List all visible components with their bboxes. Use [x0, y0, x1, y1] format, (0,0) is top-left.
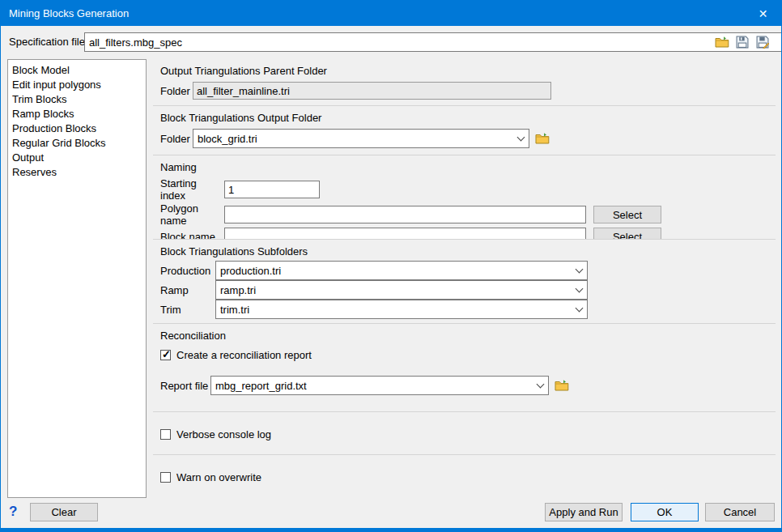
spec-file-label: Specification file [9, 36, 85, 48]
browse-folder-icon[interactable] [534, 131, 550, 147]
polygon-name-field[interactable] [224, 206, 586, 223]
spec-file-value: all_filters.mbg_spec [89, 36, 782, 49]
parent-folder-label: Folder [160, 85, 193, 97]
block-name-field[interactable] [224, 228, 586, 240]
settings-panel: Output Triangulations Parent Folder Fold… [153, 59, 776, 498]
chevron-down-icon[interactable] [513, 130, 529, 147]
ramp-combobox[interactable]: ramp.tri [215, 280, 588, 300]
apply-and-run-button[interactable]: Apply and Run [545, 503, 623, 521]
reconciliation-report-checkbox-label: Create a reconciliation report [176, 349, 312, 361]
mining-blocks-generation-dialog: Mining Blocks Generation ✕ Specification… [0, 0, 782, 532]
production-combobox[interactable]: production.tri [215, 261, 588, 280]
sidebar-item-block-model[interactable]: Block Model [8, 62, 146, 77]
cancel-button[interactable]: Cancel [705, 503, 775, 521]
spec-file-row: Specification file all_filters.mbg_spec [1, 26, 781, 58]
section-title: Reconciliation [160, 330, 768, 342]
section-naming: Naming Starting index Polygon name Selec… [153, 155, 776, 240]
clear-button[interactable]: Clear [30, 503, 98, 521]
section-title: Output Triangulations Parent Folder [160, 65, 768, 77]
production-value: production.tri [220, 265, 572, 277]
section-reconciliation: Reconciliation Create a reconciliation r… [153, 324, 776, 412]
section-parent-folder: Output Triangulations Parent Folder Fold… [153, 59, 776, 106]
sidebar-item-reserves[interactable]: Reserves [8, 164, 146, 179]
save-as-icon[interactable] [754, 34, 770, 49]
sidebar-item-trim-blocks[interactable]: Trim Blocks [8, 92, 146, 106]
parent-folder-field[interactable] [193, 82, 551, 100]
ramp-label: Ramp [160, 284, 215, 296]
section-title: Block Triangulations Subfolders [160, 245, 768, 257]
footer-bar: ? Clear Apply and Run OK Cancel [1, 498, 781, 528]
open-folder-icon[interactable] [714, 34, 729, 49]
block-name-label: Block name [160, 231, 224, 240]
warn-on-overwrite-checkbox[interactable] [160, 472, 171, 483]
sidebar-item-edit-input-polygons[interactable]: Edit input polygons [8, 77, 146, 92]
output-folder-value: block_grid.tri [198, 133, 513, 145]
section-warn: Warn on overwrite [153, 455, 776, 497]
report-file-label: Report file [160, 380, 210, 392]
ok-button[interactable]: OK [631, 503, 699, 521]
category-list: Block Model Edit input polygons Trim Blo… [7, 59, 147, 498]
save-icon[interactable] [734, 34, 750, 49]
window-title: Mining Blocks Generation [9, 7, 129, 19]
block-select-button[interactable]: Select [593, 228, 661, 240]
trim-label: Trim [160, 304, 215, 316]
chevron-down-icon[interactable] [572, 281, 587, 299]
help-icon[interactable]: ? [9, 504, 17, 520]
sidebar-item-output[interactable]: Output [8, 150, 146, 164]
output-folder-label: Folder [160, 133, 193, 145]
trim-value: trim.tri [220, 304, 572, 316]
report-file-value: mbg_report_grid.txt [215, 380, 533, 392]
output-folder-combobox[interactable]: block_grid.tri [193, 129, 529, 148]
titlebar: Mining Blocks Generation ✕ [1, 1, 781, 26]
section-output-folder: Block Triangulations Output Folder Folde… [153, 106, 776, 155]
section-title: Block Triangulations Output Folder [160, 112, 768, 124]
polygon-name-label: Polygon name [160, 202, 224, 227]
ramp-value: ramp.tri [220, 284, 572, 296]
sidebar-item-ramp-blocks[interactable]: Ramp Blocks [8, 106, 146, 121]
verbose-console-log-label: Verbose console log [176, 428, 271, 440]
warn-on-overwrite-label: Warn on overwrite [176, 471, 261, 483]
starting-index-label: Starting index [160, 177, 224, 202]
section-subfolders: Block Triangulations Subfolders Producti… [153, 240, 776, 324]
chevron-down-icon[interactable] [572, 300, 587, 318]
polygon-select-button[interactable]: Select [593, 206, 661, 223]
trim-combobox[interactable]: trim.tri [215, 300, 588, 319]
section-title: Naming [160, 161, 768, 173]
chevron-down-icon[interactable] [533, 377, 548, 394]
sidebar-item-production-blocks[interactable]: Production Blocks [8, 121, 146, 135]
report-file-combobox[interactable]: mbg_report_grid.txt [210, 376, 549, 395]
production-label: Production [160, 265, 215, 277]
spec-file-combobox[interactable]: all_filters.mbg_spec [84, 32, 782, 52]
reconciliation-report-checkbox[interactable] [160, 350, 171, 360]
close-icon[interactable]: ✕ [745, 1, 781, 26]
chevron-down-icon[interactable] [572, 262, 587, 279]
starting-index-field[interactable] [224, 181, 320, 198]
verbose-console-log-checkbox[interactable] [160, 429, 171, 440]
browse-report-folder-icon[interactable] [554, 378, 569, 394]
section-verbose: Verbose console log [153, 412, 776, 455]
sidebar-item-regular-grid-blocks[interactable]: Regular Grid Blocks [8, 135, 146, 150]
